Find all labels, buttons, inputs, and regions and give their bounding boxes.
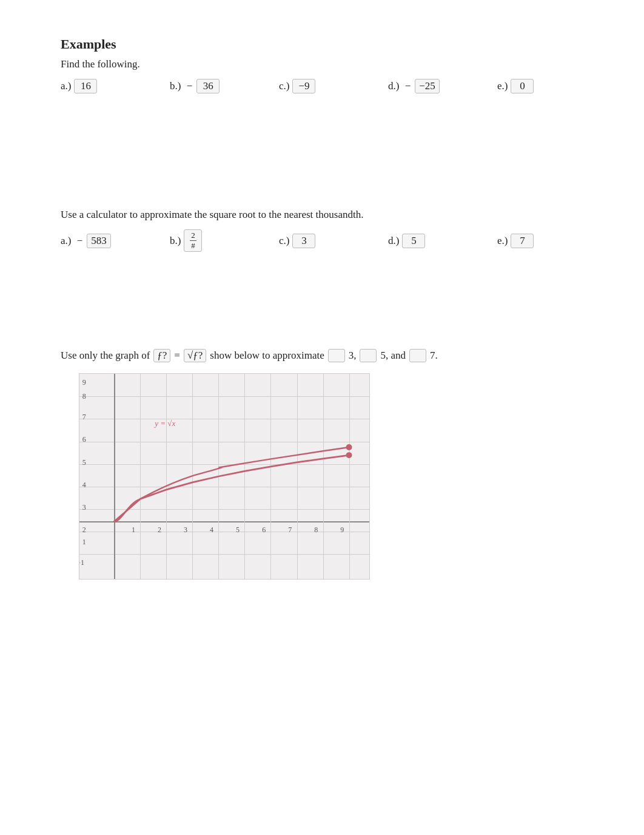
part1-item-b: b.) − 36 (170, 79, 279, 93)
part1-item-c: c.) −9 (279, 79, 388, 93)
part1-label-e: e.) (497, 80, 508, 92)
part2-examples-row: a.) − 583 b.) 2 # c.) 3 d.) 5 e.) 7 (61, 229, 583, 252)
part3-comma1: 3, (349, 350, 357, 362)
part1-neg-b: − (187, 80, 193, 92)
part2-label-e: e.) (497, 235, 508, 247)
part1-item-a: a.) 16 (61, 79, 170, 93)
part3-graph-section: Use only the graph of ƒ? = √ƒ? show belo… (61, 349, 583, 580)
part1-answer-d: −25 (415, 79, 440, 93)
part3-val1-box (328, 349, 345, 362)
part2-item-a: a.) − 583 (61, 234, 170, 248)
part2-item-e: e.) 7 (497, 234, 606, 248)
part1-label-d: d.) (388, 80, 402, 92)
part2-item-b: b.) 2 # (170, 229, 279, 252)
fraction-num: 2 (190, 231, 196, 241)
part1-instructions: Find the following. (61, 58, 583, 70)
curve-svg-main (79, 374, 369, 579)
part3-val2-box (360, 349, 377, 362)
part2-label-b: b.) (170, 235, 181, 247)
part2-answer-a: 583 (87, 234, 111, 248)
part1-answer-b: 36 (196, 79, 220, 93)
part1-label-a: a.) (61, 80, 71, 92)
part3-equals: = (174, 350, 180, 362)
part1-neg-d: − (405, 80, 411, 92)
part1-examples-row: a.) 16 b.) − 36 c.) −9 d.) − −25 e.) 0 (61, 79, 583, 93)
part1-label-c: c.) (279, 80, 289, 92)
part3-instruction-line: Use only the graph of ƒ? = √ƒ? show belo… (61, 349, 583, 362)
part2-answer-c: 3 (292, 234, 315, 248)
part2-label-c: c.) (279, 235, 289, 247)
gap1 (61, 100, 583, 209)
part2-answer-d: 5 (402, 234, 425, 248)
part3-intro-text: Use only the graph of (61, 350, 150, 362)
part3-comma2: 5, and (380, 350, 406, 362)
part2-item-c: c.) 3 (279, 234, 388, 248)
part2-label-d: d.) (388, 235, 399, 247)
part1-answer-e: 0 (511, 79, 534, 93)
section-title: Examples (61, 36, 583, 52)
part3-formula-box2: √ƒ? (184, 349, 206, 362)
part1-answer-a: 16 (74, 79, 97, 93)
graph-container: 9 8 7 6 5 4 3 2 1 −1 1 2 3 4 5 6 7 8 9 y… (79, 373, 370, 580)
part3-mid-text: show below to approximate (210, 350, 324, 362)
part2-instructions: Use a calculator to approximate the squa… (61, 209, 583, 221)
part2-label-a: a.) (61, 235, 74, 247)
part2-answer-e: 7 (511, 234, 534, 248)
part3-val3-end: 7. (430, 350, 438, 362)
part2-item-d: d.) 5 (388, 234, 497, 248)
part3-formula-box1: ƒ? (153, 349, 170, 362)
part1-answer-c: −9 (292, 79, 315, 93)
fraction-den: # (190, 241, 196, 251)
part3-val3-box (409, 349, 426, 362)
part1-item-d: d.) − −25 (388, 79, 497, 93)
part1-label-b: b.) (170, 80, 184, 92)
part2-answer-b: 2 # (184, 229, 202, 252)
part2-neg-a: − (77, 235, 83, 247)
gap2 (61, 258, 583, 343)
curve-dot (346, 452, 352, 458)
part1-item-e: e.) 0 (497, 79, 606, 93)
sqrt-polyline (114, 455, 349, 521)
